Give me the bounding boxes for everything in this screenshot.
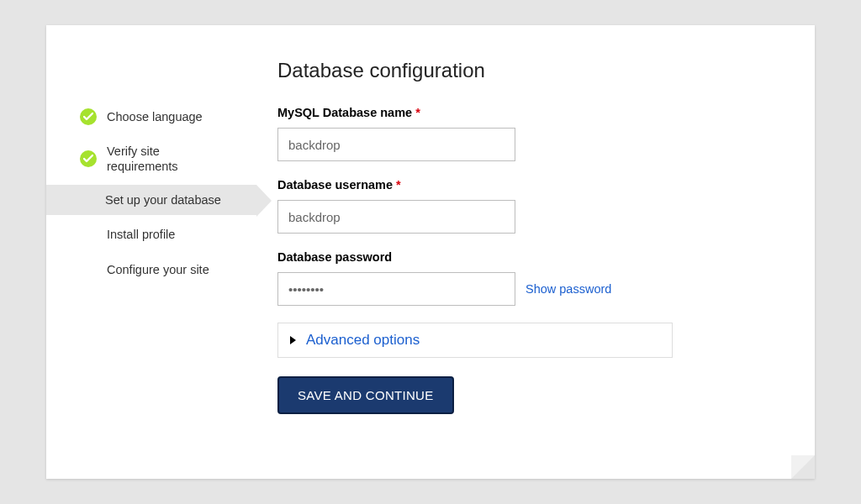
step-label: Choose language [107,109,203,124]
save-and-continue-button[interactable]: SAVE AND CONTINUE [277,376,454,414]
db-username-input[interactable] [277,200,515,234]
step-configure-site: Configure your site [71,254,256,286]
step-label: Install profile [107,227,175,242]
step-verify-requirements: Verify site requirements [71,136,256,181]
field-db-password: Database password Show password [277,250,764,306]
db-password-input[interactable] [277,272,515,306]
label-text: MySQL Database name [277,106,412,119]
check-icon [80,108,97,125]
label-db-name: MySQL Database name * [277,106,764,119]
check-icon [80,150,97,167]
chevron-right-icon [290,336,296,344]
page-fold-decoration [791,455,815,479]
db-name-input[interactable] [277,128,515,161]
field-db-username: Database username * [277,178,764,234]
label-db-password: Database password [277,250,764,264]
step-label: Configure your site [107,262,209,277]
label-text: Database username [277,178,393,192]
step-choose-language: Choose language [71,101,256,133]
advanced-options-label: Advanced options [306,332,420,349]
required-mark: * [396,178,401,192]
step-label: Verify site requirements [107,144,224,174]
page-title: Database configuration [277,59,764,82]
advanced-options-toggle[interactable]: Advanced options [277,323,673,358]
installer-panel: Choose language Verify site requirements… [46,25,815,479]
required-mark: * [415,106,420,119]
label-db-username: Database username * [277,178,764,192]
step-set-up-database: Set up your database [46,185,256,215]
step-install-profile: Install profile [71,218,256,250]
main-content: Database configuration MySQL Database na… [256,25,815,479]
show-password-link[interactable]: Show password [526,282,611,296]
installer-steps: Choose language Verify site requirements… [46,25,256,479]
step-label: Set up your database [105,192,221,207]
field-db-name: MySQL Database name * [277,106,764,161]
